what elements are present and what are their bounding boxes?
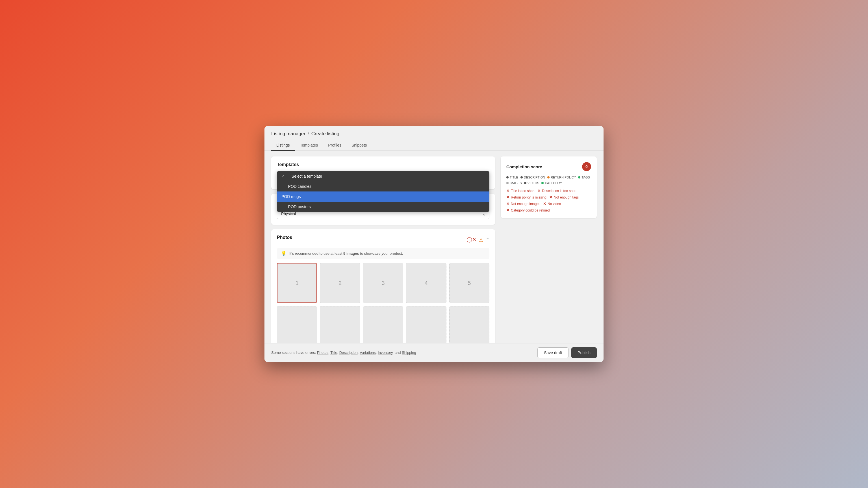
legend-category-label: CATEGORY	[545, 181, 562, 185]
legend-title: TITLE	[506, 176, 518, 179]
legend-row: TITLE DESCRIPTION RETURN POLICY TAGS	[506, 176, 591, 185]
dot-category	[541, 182, 544, 184]
breadcrumb: Listing manager / Create listing	[271, 131, 597, 137]
footer-link-inventory[interactable]: Inventory	[378, 351, 393, 355]
header: Listing manager / Create listing Listing…	[265, 126, 603, 151]
footer: Some sections have errors: Photos, Title…	[265, 343, 603, 362]
footer-link-shipping[interactable]: Shipping	[402, 351, 416, 355]
photo-slot-8[interactable]	[363, 306, 403, 346]
error-title-short-text: Title is too short	[511, 189, 535, 193]
main-window: Listing manager / Create listing Listing…	[265, 126, 603, 362]
error-row-1: ✕ Title is too short ✕ Description is to…	[506, 189, 591, 193]
dot-title	[506, 176, 508, 178]
template-option-posters[interactable]: POD posters	[277, 202, 489, 212]
dot-tags	[578, 176, 580, 178]
dot-images	[506, 182, 508, 184]
error-no-video-text: No video	[548, 202, 561, 206]
error-x-3: ✕	[506, 195, 509, 199]
photo-slot-10[interactable]	[449, 306, 489, 346]
error-return-policy-text: Return policy is missing	[511, 195, 547, 199]
footer-link-description[interactable]: Description	[339, 351, 358, 355]
score-badge: 0	[582, 162, 591, 171]
main-content: Templates Select a template POD candles …	[265, 151, 603, 362]
template-option-mugs[interactable]: POD mugs	[277, 192, 489, 202]
template-option-candles[interactable]: POD candles	[277, 181, 489, 192]
legend-return-label: RETURN POLICY	[551, 176, 576, 179]
footer-errors-text: Some sections have errors: Photos, Title…	[271, 351, 416, 355]
completion-card: Completion score 0 TITLE DESCRIPTION RET…	[501, 157, 597, 218]
photos-header-icons: ◯✕ △ ⌃	[466, 236, 489, 242]
save-draft-button[interactable]: Save draft	[537, 347, 568, 358]
error-description-short: ✕ Description is too short	[537, 189, 577, 193]
photo-slot-3[interactable]: 3	[363, 263, 403, 303]
footer-actions: Save draft Publish	[537, 347, 597, 358]
templates-section: Templates Select a template POD candles …	[271, 157, 495, 189]
error-x-4: ✕	[549, 195, 552, 199]
legend-return-policy: RETURN POLICY	[547, 176, 576, 179]
error-not-enough-images: ✕ Not enough images	[506, 202, 540, 206]
errors-list: ✕ Title is too short ✕ Description is to…	[506, 189, 591, 213]
legend-tags-label: TAGS	[582, 176, 590, 179]
legend-title-label: TITLE	[510, 176, 518, 179]
error-category-refined-text: Category could be refined	[511, 208, 550, 213]
photos-warning-icon: △	[479, 237, 483, 242]
photos-section: Photos ◯✕ △ ⌃ 💡 It's recommended to use …	[271, 229, 495, 352]
breadcrumb-separator: /	[308, 131, 309, 137]
error-description-short-text: Description is too short	[542, 189, 577, 193]
legend-images-label: IMAGES	[510, 181, 522, 185]
error-x-2: ✕	[537, 189, 540, 193]
photos-info-text: It's recommended to use at least 5 image…	[289, 251, 403, 256]
error-title-short: ✕ Title is too short	[506, 189, 535, 193]
publish-button[interactable]: Publish	[571, 347, 597, 358]
template-option-select[interactable]: Select a template	[277, 171, 489, 181]
photo-slot-2[interactable]: 2	[320, 263, 360, 303]
footer-link-variations[interactable]: Variations	[360, 351, 376, 355]
tab-listings[interactable]: Listings	[271, 141, 295, 151]
photo-slot-6[interactable]	[277, 306, 317, 346]
completion-header: Completion score 0	[506, 162, 591, 171]
photos-info-banner: 💡 It's recommended to use at least 5 ima…	[277, 248, 489, 259]
template-dropdown-overlay[interactable]: Select a template POD candles POD mugs P…	[277, 171, 489, 212]
breadcrumb-current: Create listing	[311, 131, 339, 137]
error-x-7: ✕	[506, 208, 509, 213]
error-row-4: ✕ Category could be refined	[506, 208, 591, 213]
tab-profiles[interactable]: Profiles	[323, 141, 346, 151]
legend-videos: VIDEOS	[524, 181, 539, 185]
breadcrumb-parent[interactable]: Listing manager	[271, 131, 305, 137]
tab-templates[interactable]: Templates	[295, 141, 323, 151]
error-not-enough-tags: ✕ Not enough tags	[549, 195, 579, 199]
tab-snippets[interactable]: Snippets	[346, 141, 372, 151]
photos-grid: 1 2 3 4 5	[277, 263, 489, 346]
photo-slot-9[interactable]	[406, 306, 446, 346]
photo-slot-7[interactable]	[320, 306, 360, 346]
bulb-icon: 💡	[281, 251, 286, 256]
nav-tabs: Listings Templates Profiles Snippets	[271, 141, 597, 151]
error-x-6: ✕	[543, 202, 546, 206]
legend-videos-label: VIDEOS	[528, 181, 539, 185]
photos-error-icon: ◯✕	[466, 236, 476, 242]
error-no-video: ✕ No video	[543, 202, 561, 206]
legend-images: IMAGES	[506, 181, 522, 185]
error-row-3: ✕ Not enough images ✕ No video	[506, 202, 591, 206]
footer-link-photos[interactable]: Photos	[317, 351, 328, 355]
error-not-enough-tags-text: Not enough tags	[554, 195, 579, 199]
photo-slot-5[interactable]: 5	[449, 263, 489, 303]
error-row-2: ✕ Return policy is missing ✕ Not enough …	[506, 195, 591, 199]
legend-description-label: DESCRIPTION	[524, 176, 545, 179]
dot-videos	[524, 182, 526, 184]
legend-description: DESCRIPTION	[521, 176, 545, 179]
dot-description	[521, 176, 523, 178]
error-not-enough-images-text: Not enough images	[511, 202, 540, 206]
error-category-refined: ✕ Category could be refined	[506, 208, 550, 213]
templates-title: Templates	[277, 162, 489, 167]
footer-link-title[interactable]: Title	[330, 351, 337, 355]
left-panel: Templates Select a template POD candles …	[271, 157, 495, 356]
photo-slot-4[interactable]: 4	[406, 263, 446, 303]
photos-collapse-icon[interactable]: ⌃	[486, 237, 489, 242]
photo-slot-1[interactable]: 1	[277, 263, 317, 303]
error-return-policy: ✕ Return policy is missing	[506, 195, 547, 199]
completion-title: Completion score	[506, 164, 542, 169]
legend-category: CATEGORY	[541, 181, 562, 185]
template-dropdown-container: Select a template POD candles POD mugs P…	[277, 171, 489, 184]
error-x-5: ✕	[506, 202, 509, 206]
